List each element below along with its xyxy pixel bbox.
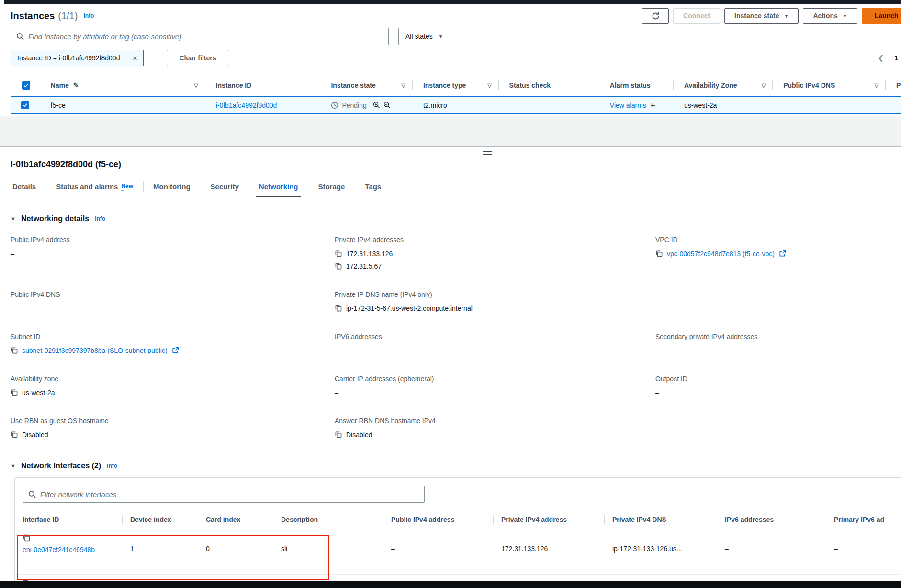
cell-device-index: 1	[123, 529, 198, 574]
network-interfaces-section-header: ▼ Network Interfaces (2) Info	[11, 462, 901, 470]
network-interfaces-title: Network Interfaces (2)	[21, 462, 101, 470]
refresh-button[interactable]	[642, 8, 669, 24]
copy-icon[interactable]	[335, 431, 342, 438]
copy-icon[interactable]	[335, 250, 342, 257]
networking-details-title: Networking details	[21, 215, 89, 223]
column-header-alarm-status[interactable]: Alarm status	[599, 74, 674, 96]
tab-tags[interactable]: Tags	[355, 176, 391, 197]
column-header-primary-ipv6[interactable]: Primary IPv6 ad	[826, 510, 901, 529]
cell-description: sli	[273, 529, 383, 574]
all-states-dropdown[interactable]: All states ▼	[398, 28, 450, 45]
column-header-ipv6-addresses[interactable]: IPv6 addresses	[717, 510, 826, 529]
copy-icon[interactable]	[11, 347, 18, 354]
column-header-private-ipv4[interactable]: Private IPv4 address	[494, 510, 605, 529]
cell-private-ipv4: 172.31.133.126	[494, 529, 605, 574]
network-interfaces-card: Interface ID Device index Card index Des…	[14, 477, 901, 588]
filter-row: Instance ID = i-0fb1afc4992f8d00d ✕ Clea…	[11, 50, 901, 66]
tab-status-and-alarms[interactable]: Status and alarms New	[46, 176, 143, 197]
collapse-caret-icon[interactable]: ▼	[11, 216, 16, 222]
page-title: Instances	[11, 11, 55, 22]
copy-icon[interactable]	[655, 250, 663, 257]
interfaces-filter-input[interactable]	[40, 490, 419, 498]
sort-icon[interactable]: ▽	[194, 82, 198, 89]
sort-icon[interactable]: ▽	[401, 82, 405, 89]
instance-search-box	[11, 28, 389, 45]
column-header-status-check[interactable]: Status check	[499, 74, 599, 96]
interface-row: eni-0e047ef241c46948b 1 0 sli – 172.31.1…	[15, 529, 901, 575]
zoom-out-icon[interactable]	[383, 102, 391, 109]
column-header-private-ipv4-dns[interactable]: Private IPv4 DNS	[605, 510, 717, 529]
check-icon	[23, 83, 29, 88]
copy-icon[interactable]	[11, 431, 18, 438]
external-link-icon[interactable]	[172, 347, 179, 354]
cell-public-ipv4-dns: –	[773, 97, 886, 113]
field-secondary-private-ipv4: Secondary private IPv4 addresses –	[649, 326, 901, 368]
sort-icon[interactable]: ▽	[875, 82, 878, 89]
instances-info-link[interactable]: Info	[83, 12, 94, 19]
column-header-public-ipv4[interactable]: Public IPv4 address	[383, 510, 494, 529]
view-alarms-link[interactable]: View alarms	[610, 102, 646, 109]
page-number[interactable]: 1	[894, 54, 898, 62]
networking-info-link[interactable]: Info	[95, 215, 105, 222]
subnet-id-link[interactable]: subnet-0291f3c997397b8ba (SLO-subnet-pub…	[22, 347, 168, 354]
split-panel-resize-handle[interactable]	[483, 151, 492, 155]
tab-networking[interactable]: Networking	[249, 176, 308, 197]
cell-name: f5-ce	[40, 97, 205, 113]
copy-icon[interactable]	[335, 305, 342, 312]
select-all-checkbox[interactable]	[22, 81, 30, 90]
clear-filters-button[interactable]: Clear filters	[167, 50, 228, 66]
cell-card-index: 0	[198, 529, 273, 574]
column-header-instance-id[interactable]: Instance ID	[205, 74, 321, 96]
column-header-interface-id[interactable]: Interface ID	[15, 510, 123, 529]
pagination: ❮ 1	[878, 54, 898, 62]
cell-primary-ipv6: –	[826, 529, 901, 574]
column-header-instance-type[interactable]: Instance type ▽	[413, 74, 499, 96]
connect-button[interactable]: Connect	[673, 8, 720, 24]
search-input[interactable]	[28, 33, 383, 41]
detail-tabs: Details Status and alarms New Monitoring…	[11, 176, 901, 197]
zoom-in-icon[interactable]	[373, 102, 380, 109]
collapse-caret-icon[interactable]: ▼	[11, 463, 16, 469]
column-header-name[interactable]: Name ✎ ▽	[40, 74, 205, 96]
previous-page-icon[interactable]: ❮	[878, 54, 884, 62]
tab-security[interactable]: Security	[201, 176, 249, 197]
instance-id-link[interactable]: i-0fb1afc4992f8d00d	[216, 102, 277, 109]
field-empty	[649, 410, 901, 452]
copy-icon[interactable]	[335, 262, 342, 270]
window-bottom-edge	[0, 581, 901, 588]
cell-alarm-status: View alarms +	[599, 97, 674, 113]
field-private-ip-dns-name: Private IP DNS name (IPv4 only) ip-172-3…	[328, 283, 649, 326]
external-link-icon[interactable]	[779, 250, 786, 257]
sort-icon[interactable]: ▽	[762, 82, 766, 89]
actions-dropdown[interactable]: Actions ▼	[803, 8, 857, 24]
field-empty	[649, 283, 901, 326]
instance-state-dropdown[interactable]: Instance state ▼	[724, 8, 799, 24]
instance-row[interactable]: f5-ce i-0fb1afc4992f8d00d Pending t2.mic…	[11, 96, 901, 114]
window-top-edge	[4, 0, 901, 4]
add-alarm-icon[interactable]: +	[651, 101, 655, 110]
copy-icon[interactable]	[11, 389, 18, 396]
instance-state-dropdown-label: Instance state	[734, 12, 779, 20]
remove-filter-button[interactable]: ✕	[126, 50, 143, 66]
tab-details[interactable]: Details	[11, 176, 46, 197]
tab-monitoring[interactable]: Monitoring	[143, 176, 200, 197]
column-header-availability-zone[interactable]: Availability Zone ▽	[674, 74, 773, 96]
tab-storage[interactable]: Storage	[308, 176, 355, 197]
edit-icon[interactable]: ✎	[73, 81, 79, 89]
column-header-public-ipv4-dns[interactable]: Public IPv4 DNS ▽	[773, 74, 886, 96]
column-header-instance-state[interactable]: Instance state ▽	[320, 74, 413, 96]
detail-heading: i-0fb1afc4992f8d00d (f5-ce)	[11, 147, 901, 170]
interfaces-table-header: Interface ID Device index Card index Des…	[15, 510, 901, 529]
column-header-description[interactable]: Description	[273, 510, 383, 529]
launch-instances-button[interactable]: Launch insta	[862, 8, 901, 24]
row-checkbox[interactable]	[21, 101, 29, 109]
sort-icon[interactable]: ▽	[487, 82, 491, 89]
interface-id-link[interactable]: eni-0e047ef241c46948b	[23, 544, 97, 555]
column-header-clipped[interactable]: P	[886, 74, 901, 96]
vpc-id-link[interactable]: vpc-00d57f2c948d7e813 (f5-ce-vpc)	[667, 250, 775, 258]
interfaces-info-link[interactable]: Info	[107, 463, 117, 469]
actions-dropdown-label: Actions	[813, 12, 837, 20]
column-header-device-index[interactable]: Device index	[123, 510, 198, 529]
column-header-card-index[interactable]: Card index	[198, 510, 273, 529]
copy-icon[interactable]	[23, 534, 30, 542]
